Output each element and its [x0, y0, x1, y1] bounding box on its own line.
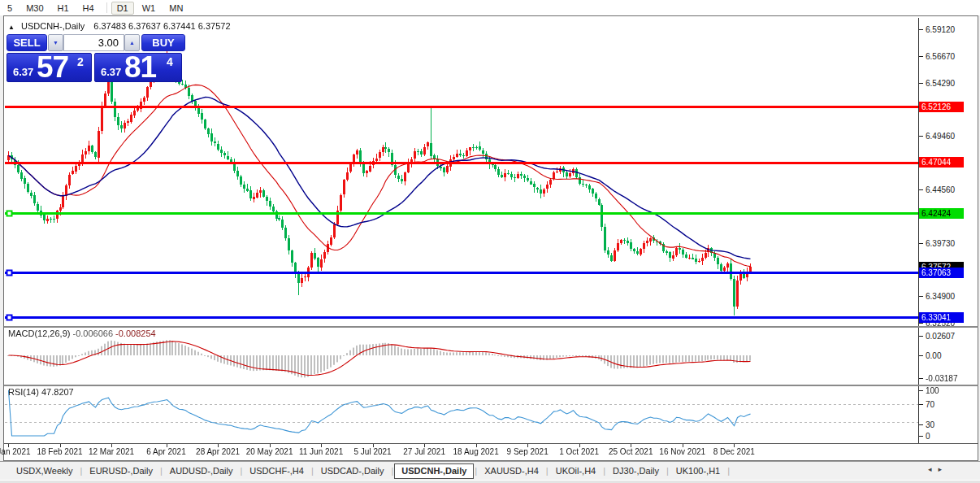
date-label: 8 Dec 2021	[713, 447, 755, 456]
timeframe-toolbar: 5M30H1H4D1W1MN	[0, 0, 980, 15]
price-tick-label: 6.54290	[926, 79, 955, 88]
macd-value-main: -0.006066	[72, 329, 113, 338]
sell-price-big: 57	[37, 50, 68, 85]
chart-tab-usdchf-[interactable]: USDCHF-,H4	[243, 463, 310, 478]
spinner-up-icon: ▲	[129, 40, 135, 46]
price-axis-border	[918, 18, 919, 443]
level-price-chip: 6.37063	[919, 268, 964, 278]
tab-separator: |	[666, 466, 669, 476]
indicator-tick-dash	[919, 436, 923, 437]
tab-separator: |	[311, 466, 314, 476]
volume-decrease-button[interactable]: ▼	[48, 34, 63, 51]
date-label: 5 Jul 2021	[354, 447, 392, 456]
date-label: 12 Mar 2021	[89, 447, 134, 456]
rsi-value: 47.8207	[41, 387, 74, 397]
buy-button[interactable]: BUY	[141, 34, 185, 51]
toolbar-separator	[106, 2, 107, 13]
price-tick-label: 6.44560	[926, 185, 955, 194]
indicator-tick-dash	[919, 404, 923, 405]
tab-separator: |	[80, 466, 82, 476]
chart-tab-usdcnh-[interactable]: USDCNH-,Daily	[394, 463, 474, 479]
volume-increase-button[interactable]: ▲	[124, 34, 140, 51]
price-tick-dash	[919, 56, 923, 57]
chart-tab-ukoil-[interactable]: UKOil-,H4	[549, 463, 603, 478]
level-price-chip: 6.33041	[919, 312, 964, 323]
indicator-tick-dash	[919, 390, 923, 391]
tab-separator: |	[603, 466, 605, 476]
indicator-tick-label: 0.00	[926, 351, 941, 360]
sell-button[interactable]: SELL	[7, 34, 47, 51]
date-label: 11 Jun 2021	[299, 447, 343, 456]
price-tick-label: 6.59120	[926, 25, 955, 34]
sell-price-box[interactable]: 6.37 57 2	[7, 53, 92, 82]
chart-tab-uk100-[interactable]: UK100-,H1	[670, 463, 726, 478]
indicator-tick-label: 0	[926, 432, 930, 441]
date-label: 9 Sep 2021	[507, 447, 549, 456]
indicator-tick-label: 30	[926, 420, 934, 429]
sell-price-sup: 2	[77, 55, 84, 68]
timeframe-button-m30[interactable]: M30	[20, 2, 49, 15]
chart-tab-audusd-[interactable]: AUDUSD-,Daily	[163, 463, 240, 478]
macd-name: MACD(12,26,9)	[8, 329, 70, 338]
tab-separator: |	[546, 466, 549, 476]
timeframe-button-w1[interactable]: W1	[137, 2, 162, 15]
level-price-chip: 6.52126	[919, 102, 964, 112]
date-label: 1 Oct 2021	[559, 447, 599, 456]
tab-separator: |	[727, 466, 730, 476]
indicator-tick-dash	[919, 336, 923, 337]
indicator-tick-dash	[919, 355, 923, 356]
timeframe-button-mn[interactable]: MN	[163, 2, 189, 15]
indicator-tick-label: 100	[926, 386, 939, 395]
one-click-trading-panel: SELL ▼ ▲ BUY 6.37 57 2 6.37 81 4	[7, 34, 185, 81]
timeframe-button-5[interactable]: 5	[2, 2, 18, 15]
mt4-terminal: { "toolbar": { "timeframes": [ {"label":…	[0, 0, 980, 483]
indicator-tick-label: -0.03187	[926, 374, 957, 383]
buy-price-small: 6.37	[101, 66, 121, 78]
date-axis-separator	[4, 443, 978, 444]
chart-tab-eurusd-[interactable]: EURUSD-,Daily	[83, 463, 159, 478]
price-tick-label: 6.56670	[926, 52, 955, 61]
price-tick-label: 6.49460	[926, 132, 955, 141]
date-label: 6 Apr 2021	[146, 447, 185, 456]
spinner-down-icon: ▼	[53, 40, 59, 46]
macd-label: MACD(12,26,9) -0.006066 -0.008254	[8, 329, 156, 338]
indicator-tick-label: 0.02607	[926, 332, 955, 341]
volume-input[interactable]	[63, 34, 124, 51]
sell-price-small: 6.37	[13, 66, 33, 78]
timeframe-button-h4[interactable]: H4	[77, 2, 100, 15]
tab-separator: |	[240, 466, 242, 476]
chart-tab-dj30-[interactable]: DJ30-,Daily	[606, 463, 666, 478]
rsi-panel-separator[interactable]	[4, 385, 978, 386]
tab-scroll-right-icon[interactable]: ▸	[939, 465, 949, 473]
price-tick-dash	[919, 189, 923, 190]
price-tick-dash	[919, 243, 923, 244]
chart-tab-usdx[interactable]: USDX,Weekly	[10, 463, 79, 478]
price-tick-dash	[919, 296, 923, 297]
macd-panel-separator[interactable]	[4, 326, 978, 328]
date-label: 16 Nov 2021	[659, 447, 705, 456]
date-label: 27 Jan 2021	[0, 447, 31, 456]
date-label: 25 Oct 2021	[609, 447, 653, 456]
price-tick-dash	[919, 83, 923, 84]
level-price-chip: 6.42424	[919, 208, 964, 219]
buy-price-box[interactable]: 6.37 81 4	[94, 53, 182, 82]
tab-scroll-left-icon[interactable]: ◂	[928, 465, 939, 473]
price-tick-label: 6.39730	[926, 239, 955, 248]
chart-tab-usdcad-[interactable]: USDCAD-,Daily	[314, 463, 391, 478]
tab-separator: |	[160, 466, 163, 476]
price-tick-label: 6.34900	[926, 292, 955, 301]
trade-panel-collapse-icon[interactable]: ▲	[8, 24, 15, 31]
timeframe-button-d1[interactable]: D1	[111, 2, 134, 15]
timeframe-button-h1[interactable]: H1	[52, 2, 75, 15]
price-tick-dash	[919, 323, 923, 324]
window-bottom-edge	[0, 480, 980, 483]
date-label: 18 Aug 2021	[453, 447, 499, 456]
tab-separator: |	[391, 466, 393, 476]
tab-scroll-nav: ◂▸	[928, 465, 948, 473]
buy-price-big: 81	[124, 50, 156, 85]
chart-tab-xauusd-[interactable]: XAUUSD-,H4	[478, 463, 545, 478]
price-tick-dash	[919, 29, 923, 30]
chart-ohlc-values: 6.37483 6.37637 6.37441 6.37572	[93, 21, 230, 31]
chart-symbol-label: USDCNH-,Daily	[21, 21, 85, 31]
indicator-tick-dash	[919, 378, 923, 379]
